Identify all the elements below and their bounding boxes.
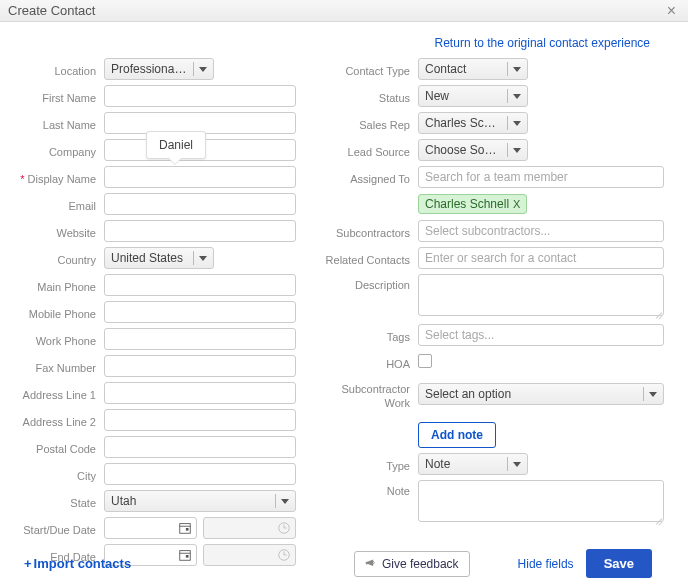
address2-input[interactable] [104,409,296,431]
label-assigned-to: Assigned To [320,168,418,186]
state-select[interactable]: Utah [104,490,296,512]
chevron-down-icon [513,67,521,72]
plus-icon: + [24,556,32,571]
email-input[interactable] [104,193,296,215]
start-time-input[interactable] [203,517,296,539]
location-select[interactable]: Professional Servic… [104,58,214,80]
fax-input[interactable] [104,355,296,377]
form-area: Location Professional Servic… First Name… [0,58,688,571]
label-mobile-phone: Mobile Phone [6,303,104,321]
display-name-input[interactable] [104,166,296,188]
work-phone-input[interactable] [104,328,296,350]
description-textarea[interactable] [418,274,664,316]
label-postal: Postal Code [6,438,104,456]
svg-rect-2 [186,528,189,531]
label-start-due: Start/Due Date [6,519,104,537]
modal-title: Create Contact [8,3,95,18]
right-column: Contact Type Contact Status New Sales Re… [320,58,664,571]
assigned-to-input[interactable] [418,166,664,188]
label-hoa: HOA [320,353,418,371]
top-link-row: Return to the original contact experienc… [0,22,688,58]
give-feedback-button[interactable]: Give feedback [354,551,470,577]
label-note: Note [320,480,418,498]
display-name-tooltip: Daniel [146,131,206,159]
label-state: State [6,492,104,510]
chevron-down-icon [513,121,521,126]
subcontractor-work-select[interactable]: Select an option [418,383,664,405]
megaphone-icon [365,557,378,570]
city-input[interactable] [104,463,296,485]
status-select[interactable]: New [418,85,528,107]
remove-chip-icon[interactable]: X [513,198,520,210]
label-first-name: First Name [6,87,104,105]
label-address2: Address Line 2 [6,411,104,429]
resize-handle-icon[interactable] [655,516,663,524]
country-select[interactable]: United States [104,247,214,269]
label-lead-source: Lead Source [320,141,418,159]
resize-handle-icon[interactable] [655,310,663,318]
label-related-contacts: Related Contacts [320,249,418,267]
label-sales-rep: Sales Rep [320,114,418,132]
lead-source-select[interactable]: Choose Source [418,139,528,161]
label-city: City [6,465,104,483]
label-last-name: Last Name [6,114,104,132]
chevron-down-icon [281,499,289,504]
label-location: Location [6,60,104,78]
svg-rect-12 [366,562,368,564]
label-main-phone: Main Phone [6,276,104,294]
label-address1: Address Line 1 [6,384,104,402]
hide-fields-link[interactable]: Hide fields [518,557,574,571]
label-website: Website [6,222,104,240]
sales-rep-select[interactable]: Charles Schnell [418,112,528,134]
label-status: Status [320,87,418,105]
label-display-name: * Display Name [6,168,104,186]
note-textarea[interactable] [418,480,664,522]
subcontractors-input[interactable] [418,220,664,242]
label-subcontractors: Subcontractors [320,222,418,240]
label-subcontractor-work: Subcontractor Work [320,378,418,410]
contact-type-select[interactable]: Contact [418,58,528,80]
related-contacts-input[interactable] [418,247,664,269]
note-type-select[interactable]: Note [418,453,528,475]
footer-bar: +Import contacts Give feedback Hide fiel… [0,549,688,578]
postal-input[interactable] [104,436,296,458]
chevron-down-icon [649,392,657,397]
address1-input[interactable] [104,382,296,404]
close-icon[interactable]: × [663,2,680,20]
modal-header: Create Contact × [0,0,688,22]
chevron-down-icon [199,67,207,72]
label-country: Country [6,249,104,267]
svg-rect-0 [180,524,191,534]
label-type: Type [320,455,418,473]
chevron-down-icon [199,256,207,261]
chevron-down-icon [513,462,521,467]
clock-icon [277,521,291,535]
label-company: Company [6,141,104,159]
mobile-phone-input[interactable] [104,301,296,323]
first-name-input[interactable] [104,85,296,107]
return-original-link[interactable]: Return to the original contact experienc… [435,36,650,50]
chevron-down-icon [513,94,521,99]
website-input[interactable] [104,220,296,242]
left-column: Location Professional Servic… First Name… [6,58,296,571]
label-description: Description [320,274,418,292]
add-note-button[interactable]: Add note [418,422,496,448]
calendar-icon [178,521,192,535]
assigned-to-chip[interactable]: Charles Schnell X [418,194,527,214]
chevron-down-icon [513,148,521,153]
label-email: Email [6,195,104,213]
label-tags: Tags [320,326,418,344]
tags-input[interactable] [418,324,664,346]
main-phone-input[interactable] [104,274,296,296]
label-work-phone: Work Phone [6,330,104,348]
save-button[interactable]: Save [586,549,652,578]
label-fax: Fax Number [6,357,104,375]
hoa-checkbox[interactable] [418,354,432,368]
import-contacts-link[interactable]: +Import contacts [24,556,131,571]
start-date-input[interactable] [104,517,197,539]
label-contact-type: Contact Type [320,60,418,78]
